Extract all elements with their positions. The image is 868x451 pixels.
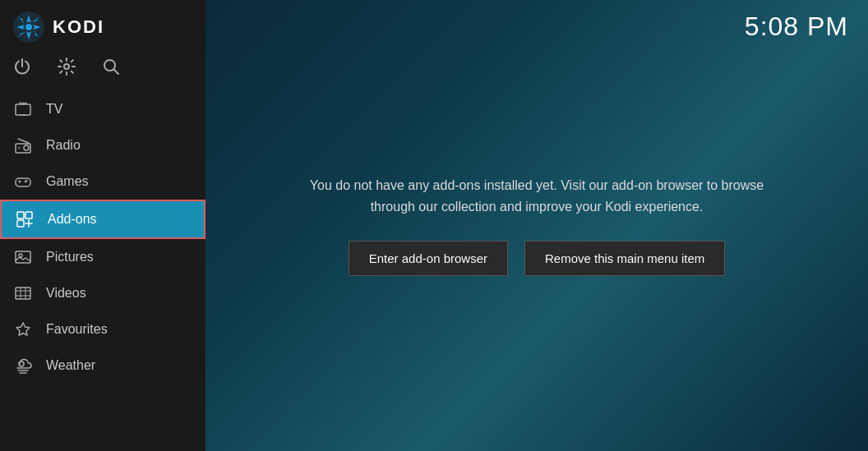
- remove-menu-item-button[interactable]: Remove this main menu item: [524, 241, 725, 276]
- sidebar-item-games[interactable]: Games: [0, 163, 205, 200]
- app-header: KODI: [0, 0, 205, 53]
- sidebar-item-games-label: Games: [46, 174, 89, 189]
- sidebar-item-addons[interactable]: Add-ons: [0, 200, 205, 239]
- sidebar-item-favourites[interactable]: Favourites: [0, 311, 205, 347]
- action-buttons: Enter add-on browser Remove this main me…: [349, 241, 726, 276]
- search-icon[interactable]: [102, 58, 120, 80]
- games-icon: [13, 172, 33, 191]
- sidebar-item-videos[interactable]: Videos: [0, 275, 205, 311]
- sidebar-item-weather[interactable]: Weather: [0, 347, 205, 384]
- sidebar-item-videos-label: Videos: [46, 286, 86, 301]
- sidebar-item-pictures[interactable]: Pictures: [0, 239, 205, 275]
- svg-point-14: [24, 145, 29, 150]
- radio-icon: [13, 136, 33, 155]
- sidebar-nav: TV Radio Games: [0, 91, 205, 451]
- no-addons-message: You do not have any add-ons installed ye…: [290, 175, 783, 217]
- weather-icon: [13, 356, 33, 375]
- svg-rect-19: [17, 220, 24, 227]
- sidebar-item-radio-label: Radio: [46, 138, 81, 153]
- sidebar-item-tv-label: TV: [46, 102, 62, 117]
- sidebar-item-tv[interactable]: TV: [0, 91, 205, 127]
- kodi-logo-icon: [13, 12, 44, 43]
- tv-icon: [13, 99, 33, 119]
- sidebar-item-favourites-label: Favourites: [46, 322, 108, 337]
- app-title: KODI: [53, 16, 104, 38]
- sidebar-item-addons-label: Add-ons: [48, 212, 97, 227]
- svg-point-10: [64, 64, 69, 69]
- svg-rect-20: [16, 251, 30, 263]
- power-icon[interactable]: [13, 58, 31, 80]
- svg-rect-18: [25, 212, 32, 219]
- pictures-icon: [13, 247, 33, 267]
- main-content: 5:08 PM You do not have any add-ons inst…: [205, 0, 868, 451]
- sidebar-item-radio[interactable]: Radio: [0, 127, 205, 163]
- enter-addon-browser-button[interactable]: Enter add-on browser: [349, 241, 508, 276]
- sidebar-item-weather-label: Weather: [46, 358, 95, 373]
- favourites-icon: [13, 320, 33, 339]
- svg-rect-22: [16, 288, 30, 299]
- settings-icon[interactable]: [58, 58, 76, 80]
- toolbar: [0, 53, 205, 91]
- videos-icon: [13, 283, 33, 303]
- sidebar: KODI: [0, 0, 205, 451]
- svg-rect-12: [16, 104, 30, 115]
- clock-display: 5:08 PM: [745, 12, 848, 42]
- svg-point-15: [18, 147, 20, 149]
- svg-point-9: [25, 24, 32, 30]
- addons-icon: [15, 209, 35, 229]
- svg-rect-16: [16, 178, 30, 186]
- sidebar-item-pictures-label: Pictures: [46, 250, 94, 265]
- svg-rect-17: [17, 212, 24, 219]
